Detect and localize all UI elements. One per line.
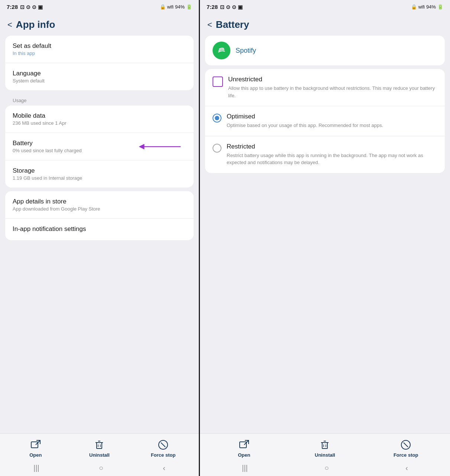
- battery-icon-right: 🔋: [437, 4, 443, 10]
- open-icon-right: [238, 439, 250, 451]
- content-area-left: Set as default In this app Language Syst…: [0, 36, 199, 433]
- uninstall-button-right[interactable]: Uninstall: [310, 439, 340, 458]
- page-title-right: Battery: [216, 19, 249, 30]
- page-header-right: < Battery: [200, 12, 450, 36]
- force-stop-label-left: Force stop: [151, 452, 175, 458]
- force-stop-icon-left: [157, 439, 169, 451]
- force-stop-button-left[interactable]: Force stop: [148, 439, 178, 458]
- open-label-left: Open: [29, 452, 42, 458]
- optimised-radio[interactable]: [213, 114, 221, 123]
- card-default-language: Set as default In this app Language Syst…: [5, 36, 194, 90]
- status-time-left: 7:28 ⊡ ⊙ ⊙ ▣: [7, 4, 43, 10]
- time-right: 7:28: [207, 4, 218, 10]
- status-app-icons-right: ⊡ ⊙ ⊙ ▣: [220, 4, 243, 10]
- card-app-details: App details in store App downloaded from…: [5, 191, 194, 240]
- set-as-default-item[interactable]: Set as default In this app: [5, 36, 194, 63]
- right-phone-screen: 7:28 ⊡ ⊙ ⊙ ▣ 🔒 wifi 94% 🔋 < Battery: [200, 0, 450, 476]
- language-subtitle: System default: [13, 78, 186, 84]
- optimised-content: Optimised Optimise based on your usage o…: [227, 113, 383, 129]
- restricted-radio[interactable]: [213, 144, 221, 153]
- uninstall-button-left[interactable]: Uninstall: [84, 439, 114, 458]
- storage-subtitle: 1.19 GB used in Internal storage: [13, 175, 186, 181]
- svg-rect-12: [240, 442, 246, 448]
- svg-line-20: [404, 443, 408, 447]
- in-app-notification-title: In-app notification settings: [13, 225, 186, 233]
- optimised-option[interactable]: Optimised Optimise based on your usage o…: [205, 106, 445, 136]
- uninstall-icon-left: [93, 439, 105, 451]
- bottom-actions-left: Open Uninstall Force stop: [4, 439, 195, 458]
- force-stop-icon-right: [400, 439, 412, 451]
- svg-line-10: [161, 443, 165, 447]
- unrestricted-desc: Allow this app to use battery in the bac…: [228, 85, 437, 99]
- status-app-icons-left: ⊡ ⊙ ⊙ ▣: [20, 4, 43, 10]
- optimised-desc: Optimise based on your usage of this app…: [227, 122, 383, 129]
- spotify-icon: [216, 45, 227, 56]
- app-details-subtitle: App downloaded from Google Play Store: [13, 206, 186, 212]
- force-stop-button-right[interactable]: Force stop: [391, 439, 421, 458]
- spotify-logo: [213, 42, 230, 59]
- storage-item[interactable]: Storage 1.19 GB used in Internal storage: [5, 160, 194, 188]
- mobile-data-subtitle: 236 MB used since 1 Apr: [13, 120, 186, 126]
- lock-icon-right: 🔒: [411, 4, 417, 10]
- battery-percent-right: 94%: [426, 4, 436, 10]
- restricted-desc: Restrict battery usage while this app is…: [227, 152, 437, 166]
- spotify-name: Spotify: [236, 47, 256, 55]
- unrestricted-title: Unrestricted: [228, 76, 437, 83]
- left-phone-screen: 7:28 ⊡ ⊙ ⊙ ▣ 🔒 wifi 94% 🔋 < App info Set…: [0, 0, 199, 476]
- optimised-title: Optimised: [227, 113, 383, 120]
- uninstall-label-right: Uninstall: [315, 452, 335, 458]
- open-icon-left: [30, 439, 42, 451]
- content-area-right: Spotify Unrestricted Allow this app to u…: [200, 36, 450, 433]
- open-button-left[interactable]: Open: [21, 439, 51, 458]
- status-right-right: 🔒 wifi 94% 🔋: [411, 4, 443, 10]
- storage-title: Storage: [13, 167, 186, 175]
- nav-home-icon-right[interactable]: ○: [324, 464, 329, 472]
- battery-percent-left: 94%: [175, 4, 185, 10]
- nav-recents-icon-right[interactable]: |||: [242, 464, 248, 472]
- nav-home-icon-left[interactable]: ○: [99, 464, 103, 472]
- svg-rect-4: [97, 443, 102, 449]
- wifi-signal-right: wifi: [418, 4, 425, 10]
- set-default-title: Set as default: [13, 42, 186, 50]
- restricted-option[interactable]: Restricted Restrict battery usage while …: [205, 136, 445, 173]
- uninstall-label-left: Uninstall: [89, 452, 110, 458]
- svg-rect-2: [31, 442, 38, 448]
- radio-inner-selected: [215, 116, 219, 120]
- back-button-right[interactable]: <: [207, 20, 212, 30]
- status-bar-right: 7:28 ⊡ ⊙ ⊙ ▣ 🔒 wifi 94% 🔋: [200, 0, 450, 12]
- battery-icon-left: 🔋: [186, 4, 192, 10]
- app-details-item[interactable]: App details in store App downloaded from…: [5, 191, 194, 219]
- svg-rect-14: [322, 443, 327, 449]
- app-details-title: App details in store: [13, 198, 186, 205]
- bottom-bar-right: Open Uninstall Force stop: [200, 433, 450, 476]
- open-label-right: Open: [238, 452, 250, 458]
- nav-back-icon-left[interactable]: ‹: [163, 464, 165, 472]
- mobile-data-item[interactable]: Mobile data 236 MB used since 1 Apr: [5, 105, 194, 133]
- nav-bar-left: ||| ○ ‹: [4, 462, 195, 473]
- in-app-notification-item[interactable]: In-app notification settings: [5, 219, 194, 240]
- spotify-app-row: Spotify: [205, 36, 445, 65]
- page-header-left: < App info: [0, 12, 199, 36]
- wifi-signal-left: wifi: [167, 4, 174, 10]
- bottom-bar-left: Open Uninstall Force stop: [0, 433, 199, 476]
- status-time-right: 7:28 ⊡ ⊙ ⊙ ▣: [207, 4, 243, 10]
- restricted-title: Restricted: [227, 143, 437, 150]
- mobile-data-title: Mobile data: [13, 112, 186, 120]
- force-stop-label-right: Force stop: [394, 452, 418, 458]
- battery-item[interactable]: Battery 0% used since last fully charged: [5, 133, 194, 160]
- unrestricted-radio[interactable]: [213, 76, 223, 87]
- status-right-left: 🔒 wifi 94% 🔋: [160, 4, 192, 10]
- open-button-right[interactable]: Open: [229, 439, 259, 458]
- nav-recents-icon-left[interactable]: |||: [33, 464, 39, 472]
- restricted-content: Restricted Restrict battery usage while …: [227, 143, 437, 166]
- unrestricted-option[interactable]: Unrestricted Allow this app to use batte…: [205, 69, 445, 106]
- language-item[interactable]: Language System default: [5, 63, 194, 90]
- usage-section-label: Usage: [5, 94, 194, 105]
- lock-icon-left: 🔒: [160, 4, 166, 10]
- card-usage: Mobile data 236 MB used since 1 Apr Batt…: [5, 105, 194, 188]
- back-button-left[interactable]: <: [7, 20, 12, 30]
- set-default-subtitle: In this app: [13, 50, 186, 56]
- nav-back-icon-right[interactable]: ‹: [405, 464, 408, 472]
- uninstall-icon-right: [319, 439, 331, 451]
- status-bar-left: 7:28 ⊡ ⊙ ⊙ ▣ 🔒 wifi 94% 🔋: [0, 0, 199, 12]
